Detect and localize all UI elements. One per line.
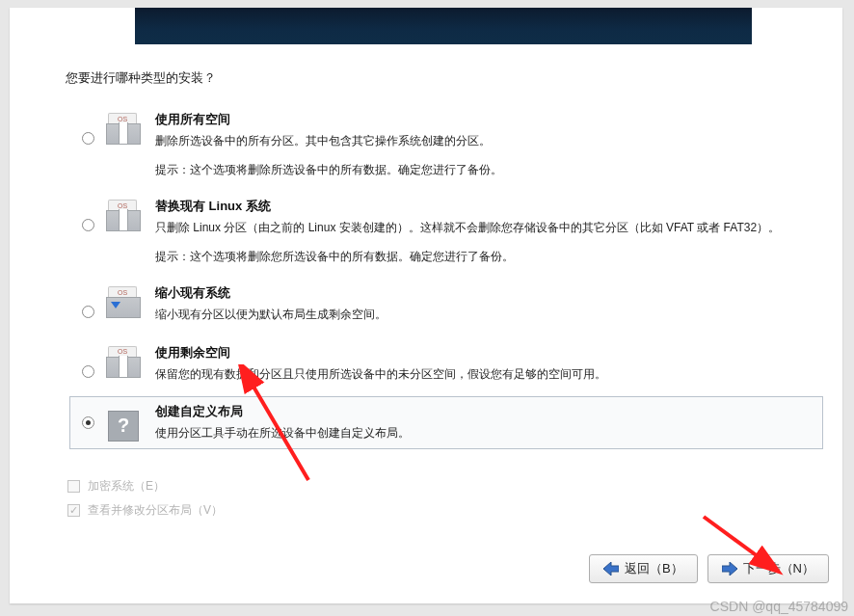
arrow-right-icon — [722, 562, 737, 576]
icon-col: ? — [101, 403, 146, 442]
radio-col — [74, 403, 101, 429]
option-desc: 使用分区工具手动在所选设备中创建自定义布局。 — [155, 424, 814, 442]
nav-bar: 返回（B） 下一步（N） — [10, 544, 842, 603]
option-title: 替换现有 Linux 系统 — [155, 198, 814, 215]
icon-col: OS — [101, 111, 146, 145]
option-text: 缩小现有系统 缩小现有分区以便为默认布局生成剩余空间。 — [146, 284, 814, 324]
arrow-left-icon — [603, 562, 619, 576]
radio-shrink[interactable] — [82, 306, 94, 318]
watermark: CSDN @qq_45784099 — [710, 599, 848, 614]
extra-options: 加密系统（E） 查看并修改分区布局（V） — [67, 478, 223, 526]
radio-col — [74, 198, 101, 231]
option-text: 创建自定义布局 使用分区工具手动在所选设备中创建自定义布局。 — [146, 403, 814, 442]
radio-replace-linux[interactable] — [82, 219, 94, 231]
prompt-text: 您要进行哪种类型的安装？ — [66, 69, 823, 87]
checkbox-review-row: 查看并修改分区布局（V） — [67, 502, 223, 519]
radio-custom-layout[interactable] — [82, 416, 94, 429]
option-custom-layout[interactable]: ? 创建自定义布局 使用分区工具手动在所选设备中创建自定义布局。 — [69, 396, 823, 449]
radio-col — [74, 344, 101, 378]
option-hint: 提示：这个选项将删除您所选设备中的所有数据。确定您进行了备份。 — [155, 249, 814, 265]
dialog-card: 您要进行哪种类型的安装？ OS 使用所有空间 删除所 — [10, 8, 842, 603]
content-area: 您要进行哪种类型的安装？ OS 使用所有空间 删除所 — [10, 56, 842, 536]
back-button[interactable]: 返回（B） — [589, 554, 698, 583]
icon-col: OS — [101, 344, 146, 378]
radio-use-free[interactable] — [82, 365, 94, 378]
drive-icon: OS — [106, 346, 141, 378]
drive-arrow-icon: OS — [106, 286, 141, 318]
drive-icon: OS — [106, 200, 141, 231]
option-title: 创建自定义布局 — [155, 403, 814, 420]
option-shrink[interactable]: OS 缩小现有系统 缩小现有分区以便为默认布局生成剩余空间。 — [69, 278, 823, 331]
window-frame: 您要进行哪种类型的安装？ OS 使用所有空间 删除所 — [0, 0, 854, 616]
options-group: OS 使用所有空间 删除所选设备中的所有分区。其中包含其它操作系统创建的分区。 … — [48, 104, 823, 449]
svg-marker-0 — [603, 562, 619, 576]
option-desc: 删除所选设备中的所有分区。其中包含其它操作系统创建的分区。 — [155, 132, 814, 150]
checkbox-review-label: 查看并修改分区布局（V） — [88, 502, 223, 519]
option-use-free[interactable]: OS 使用剩余空间 保留您的现有数据和分区且只使用所选设备中的未分区空间，假设您… — [69, 337, 823, 390]
question-icon: ? — [108, 411, 139, 442]
option-replace-linux[interactable]: OS 替换现有 Linux 系统 只删除 Linux 分区（由之前的 Linux… — [69, 191, 823, 272]
option-title: 使用所有空间 — [155, 111, 814, 128]
option-desc: 缩小现有分区以便为默认布局生成剩余空间。 — [155, 306, 814, 324]
option-title: 使用剩余空间 — [155, 344, 814, 362]
icon-col: OS — [101, 284, 146, 318]
option-desc: 保留您的现有数据和分区且只使用所选设备中的未分区空间，假设您有足够的空间可用。 — [155, 365, 814, 384]
option-text: 使用所有空间 删除所选设备中的所有分区。其中包含其它操作系统创建的分区。 提示：… — [146, 111, 814, 178]
back-label: 返回（B） — [625, 560, 683, 577]
radio-col — [74, 284, 101, 318]
next-button[interactable]: 下一步（N） — [707, 554, 829, 583]
radio-col — [74, 111, 101, 145]
checkbox-encrypt-label: 加密系统（E） — [88, 478, 165, 495]
checkbox-encrypt — [67, 480, 80, 493]
checkbox-encrypt-row: 加密系统（E） — [67, 478, 223, 495]
next-label: 下一步（N） — [743, 560, 814, 577]
option-hint: 提示：这个选项将删除所选设备中的所有数据。确定您进行了备份。 — [155, 162, 814, 178]
icon-col: OS — [101, 198, 146, 231]
svg-marker-1 — [722, 562, 737, 576]
drive-icon: OS — [106, 113, 141, 145]
option-title: 缩小现有系统 — [155, 284, 814, 302]
radio-use-all-space[interactable] — [82, 132, 94, 145]
option-use-all-space[interactable]: OS 使用所有空间 删除所选设备中的所有分区。其中包含其它操作系统创建的分区。 … — [69, 104, 823, 185]
header-band — [135, 8, 752, 44]
option-text: 替换现有 Linux 系统 只删除 Linux 分区（由之前的 Linux 安装… — [146, 198, 814, 265]
option-desc: 只删除 Linux 分区（由之前的 Linux 安装创建的）。这样就不会删除您存… — [155, 219, 814, 237]
checkbox-review — [67, 504, 80, 517]
option-text: 使用剩余空间 保留您的现有数据和分区且只使用所选设备中的未分区空间，假设您有足够… — [146, 344, 814, 384]
